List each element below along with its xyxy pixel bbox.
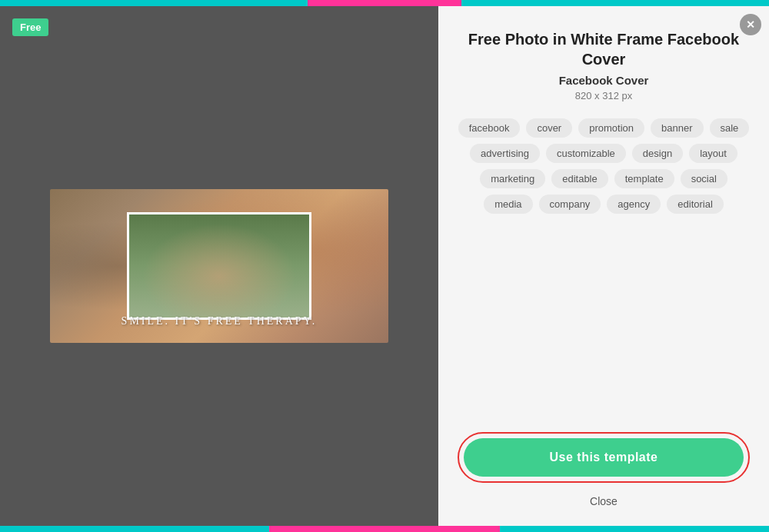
tag-item[interactable]: advertising [470,144,540,163]
tag-item[interactable]: banner [651,118,703,138]
use-template-button[interactable]: Use this template [464,438,744,477]
white-frame-inner [129,214,309,318]
preview-background: Smile. It's free therapy. [50,189,388,343]
close-icon-button[interactable]: ✕ [740,14,761,35]
tag-item[interactable]: agency [607,195,661,214]
bottom-accent-bar [0,526,769,532]
modal-dimensions: 820 x 312 px [575,90,632,101]
white-frame-overlay [127,212,311,320]
tag-item[interactable]: media [484,195,532,214]
modal-panel: ✕ Free Photo in White Frame Facebook Cov… [438,6,769,526]
preview-caption: Smile. It's free therapy. [50,315,388,328]
modal-subtitle: Facebook Cover [559,74,649,87]
tag-item[interactable]: social [681,169,727,188]
tag-item[interactable]: marketing [480,169,545,188]
modal-title: Free Photo in White Frame Facebook Cover [458,29,750,69]
tag-item[interactable]: editable [551,169,608,188]
tag-item[interactable]: promotion [578,118,644,138]
tag-item[interactable]: layout [689,144,737,163]
tag-item[interactable]: company [539,195,601,214]
tag-item[interactable]: customizable [546,144,626,163]
tag-item[interactable]: editorial [667,195,724,214]
tag-item[interactable]: cover [526,118,572,138]
tag-item[interactable]: design [632,144,683,163]
top-accent-bar [0,0,769,6]
close-icon: ✕ [746,18,755,31]
tags-container: facebookcoverpromotionbannersaleadvertis… [458,118,750,214]
free-badge: Free [12,18,48,36]
template-preview: Smile. It's free therapy. [50,189,388,343]
tag-item[interactable]: template [614,169,674,188]
close-link-button[interactable]: Close [578,492,630,510]
tag-item[interactable]: facebook [458,118,521,138]
tag-item[interactable]: sale [710,118,750,138]
use-template-wrapper: Use this template [458,432,750,483]
left-preview-panel: Free Smile. It's free therapy. [0,6,438,526]
